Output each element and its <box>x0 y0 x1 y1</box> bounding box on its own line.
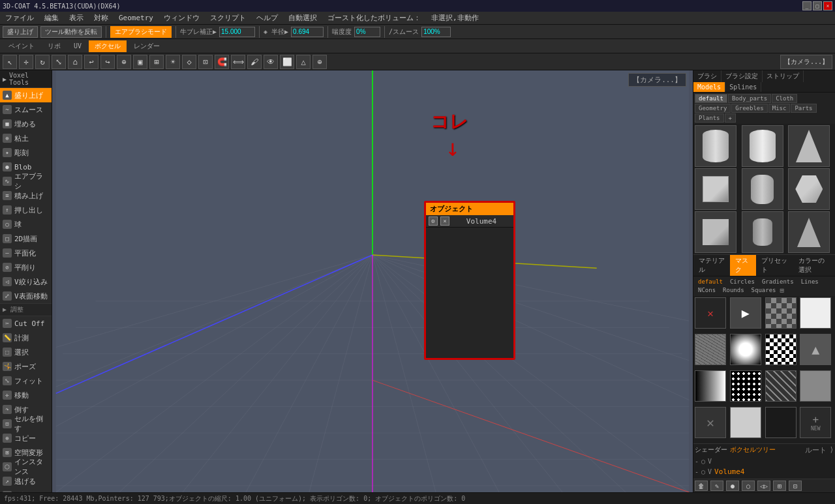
icon-transform[interactable]: ✛ <box>19 55 33 69</box>
mat-thumb-arrow[interactable]: ▶ <box>730 297 761 329</box>
icon-wireframe[interactable]: ⊞ <box>149 55 164 69</box>
shader-icon-grid[interactable]: ⊞ <box>773 481 786 491</box>
tab-paint[interactable]: ペイント <box>3 40 40 52</box>
shader-expand-btn[interactable]: ⟩ <box>829 445 834 455</box>
rp-filter-bodyparts[interactable]: Body_parts <box>728 94 771 103</box>
sidebar-item-smooth[interactable]: ~ スムース <box>0 102 52 117</box>
model-thumb-cylinder2[interactable] <box>742 125 783 167</box>
icon-undo[interactable]: ↩ <box>84 55 99 69</box>
rp-filter-misc[interactable]: Misc <box>768 104 791 113</box>
tab-uv[interactable]: UV <box>68 40 87 52</box>
mat-filter-expand[interactable]: ⊞ <box>780 286 785 295</box>
depth-value-input[interactable] <box>354 27 380 37</box>
mat-thumb-grad[interactable] <box>695 370 726 402</box>
mat-thumb-stripe[interactable] <box>765 370 797 402</box>
sidebar-item-2ddraw[interactable]: □ 2D描画 <box>0 231 52 246</box>
rp-tab-models[interactable]: Models <box>693 82 725 92</box>
sidebar-item-select[interactable]: ⬚ 選択 <box>0 345 52 359</box>
rp-filter-geometry[interactable]: Geometry <box>695 104 731 113</box>
sidebar-item-cutoff[interactable]: ✂ Cut Off <box>0 316 52 331</box>
airbrush-mode-btn[interactable]: エアブラシモード <box>110 26 172 38</box>
menu-ghost[interactable]: ゴースト化したボリューム： <box>325 13 423 23</box>
shader-icon-circle[interactable]: ● <box>726 481 739 491</box>
sidebar-item-vsurface[interactable]: ⤢ V表面移動 <box>0 289 52 303</box>
model-thumb-box2[interactable] <box>695 211 736 253</box>
mat-thumb-noise[interactable] <box>695 334 726 365</box>
tab-ripo[interactable]: リポ <box>42 40 67 52</box>
menu-nonselect[interactable]: 非選択,非動作 <box>429 13 481 23</box>
menu-help[interactable]: ヘルプ <box>254 13 281 23</box>
sidebar-item-fill[interactable]: ■ 埋める <box>0 117 52 131</box>
object-close-btn[interactable]: × <box>440 216 449 226</box>
rp-filter-greebles[interactable]: Greebles <box>731 104 767 113</box>
sidebar-item-flatten[interactable]: — 平面化 <box>0 246 52 260</box>
sidebar-item-instance[interactable]: ⬡ インスタンス <box>0 460 52 474</box>
model-thumb-cylinder3[interactable] <box>742 168 783 210</box>
menu-file[interactable]: ファイル <box>3 13 37 23</box>
rp-tab-strip[interactable]: ストリップ <box>763 70 804 82</box>
tool-invert-btn[interactable]: ツール動作を反転 <box>40 26 102 38</box>
moriagari-btn[interactable]: 盛り上げ <box>3 26 38 38</box>
icon-mesh[interactable]: △ <box>296 55 311 69</box>
icon-scale[interactable]: ⤡ <box>52 55 66 69</box>
sidebar-item-pose[interactable]: 🤸 ポーズ <box>0 359 52 374</box>
tab-voxel[interactable]: ボクセル <box>89 40 127 52</box>
icon-grid[interactable]: ⊡ <box>198 55 213 69</box>
mat-filter-default[interactable]: default <box>695 278 726 286</box>
mat-thumb-close[interactable]: ✕ <box>695 297 726 329</box>
model-thumb-cone2[interactable] <box>788 211 830 253</box>
sidebar-item-planecut[interactable]: ⊘ 平削り <box>0 260 52 274</box>
fix-value-input[interactable] <box>219 27 255 37</box>
rp-tab-brushsettings[interactable]: ブラシ設定 <box>721 70 763 82</box>
sidebar-item-extrude[interactable]: ↑ 押し出し <box>0 203 52 217</box>
mat-filter-lines[interactable]: Lines <box>798 278 822 286</box>
model-thumb-hex[interactable] <box>788 168 830 210</box>
mat-filter-squares[interactable]: Squares <box>748 286 780 295</box>
mat-filter-ncons[interactable]: NCons <box>695 286 719 295</box>
shader-tab-voxeltree[interactable]: ボクセルツリー <box>730 445 776 455</box>
mat-thumb-noisy2[interactable] <box>800 370 831 402</box>
mat-thumb-tri[interactable]: ▲ <box>800 334 831 365</box>
mat-thumb-light[interactable] <box>730 407 761 438</box>
rp-filter-add[interactable]: + <box>725 113 736 123</box>
mat-thumb-white[interactable] <box>800 297 831 329</box>
model-thumb-box[interactable] <box>695 168 736 210</box>
mat-tab-colorselect[interactable]: カラーの選択 <box>793 255 835 276</box>
menu-geometry[interactable]: Geometry <box>116 14 156 22</box>
menu-symmetry[interactable]: 対称 <box>91 13 111 23</box>
shader-icon-gridalt[interactable]: ⊡ <box>789 481 802 491</box>
icon-light[interactable]: ☀ <box>166 55 180 69</box>
sidebar-item-measure[interactable]: 📏 計測 <box>0 331 52 345</box>
half-value-input[interactable] <box>291 27 324 37</box>
model-thumb-cone[interactable] <box>788 125 830 167</box>
menu-autoselect[interactable]: 自動選択 <box>286 13 320 23</box>
icon-import[interactable]: ⊕ <box>312 55 327 69</box>
mat-filter-gradients[interactable]: Gradients <box>759 278 797 286</box>
mat-tab-preset[interactable]: プリセット <box>756 255 793 276</box>
icon-paint[interactable]: 🖌 <box>247 55 262 69</box>
icon-redo[interactable]: ↪ <box>100 55 115 69</box>
sidebar-item-fit[interactable]: ⤡ フィット <box>0 374 52 388</box>
menu-script[interactable]: スクリプト <box>207 13 249 23</box>
menu-view[interactable]: 表示 <box>67 13 86 23</box>
close-button[interactable]: × <box>823 1 832 10</box>
menu-window[interactable]: ウィンドウ <box>161 13 202 23</box>
icon-snap[interactable]: 🧲 <box>215 55 229 69</box>
sidebar-item-move[interactable]: ✛ 移動 <box>0 388 52 402</box>
sidebar-item-moriagari[interactable]: ▲ 盛り上げ <box>0 88 52 102</box>
smooth-value-input[interactable] <box>421 27 451 37</box>
mat-thumb-checker2[interactable] <box>765 334 797 365</box>
icon-perspective[interactable]: ◇ <box>182 55 196 69</box>
icon-cursor[interactable]: ↖ <box>3 55 17 69</box>
mat-tab-mask[interactable]: マスク <box>730 255 756 276</box>
mat-tab-material[interactable]: マテリアル <box>693 255 730 276</box>
object-settings-btn[interactable]: ⚙ <box>429 216 438 226</box>
rp-filter-plants[interactable]: Plants <box>695 113 724 123</box>
sidebar-item-vsqueeze[interactable]: ◁ V絞り込み <box>0 274 52 289</box>
mat-filter-rounds[interactable]: Rounds <box>720 286 748 295</box>
rp-filter-default[interactable]: default <box>695 94 727 103</box>
mat-thumb-checker[interactable] <box>765 297 797 329</box>
mat-thumb-new[interactable]: + NEW <box>800 407 831 438</box>
sidebar-item-clay[interactable]: ⊕ 粘土 <box>0 131 52 145</box>
mat-filter-circles[interactable]: Circles <box>727 278 758 286</box>
